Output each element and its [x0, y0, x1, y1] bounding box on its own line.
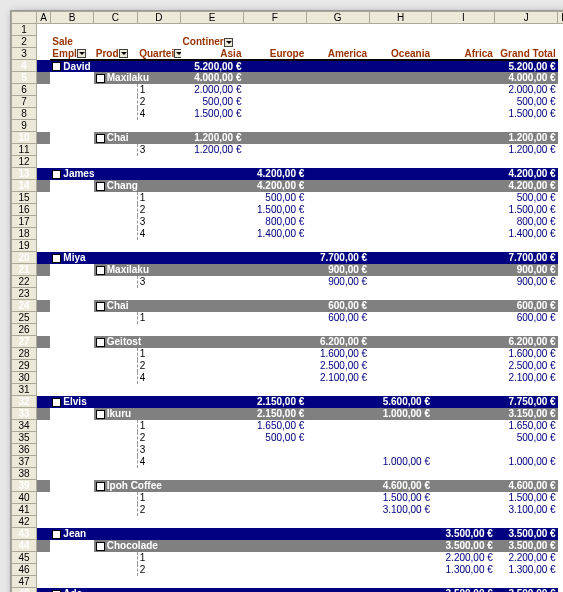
row-header[interactable]: 39 — [12, 480, 37, 492]
value-cell: 5.600,00 € — [369, 396, 432, 408]
col-header[interactable]: E — [181, 12, 244, 24]
row-header[interactable]: 19 — [12, 240, 37, 252]
collapse-icon[interactable]: - — [96, 266, 105, 275]
collapse-icon[interactable]: - — [96, 182, 105, 191]
row-header[interactable]: 15 — [12, 192, 37, 204]
row-header[interactable]: 35 — [12, 432, 37, 444]
row-header[interactable]: 43 — [12, 528, 37, 540]
value-cell: 6.200,00 € — [306, 336, 369, 348]
row-header[interactable]: 38 — [12, 468, 37, 480]
row-header[interactable]: 32 — [12, 396, 37, 408]
row-header[interactable]: 33 — [12, 408, 37, 420]
row-header[interactable]: 40 — [12, 492, 37, 504]
row-header[interactable]: 10 — [12, 132, 37, 144]
collapse-icon[interactable]: - — [52, 530, 61, 539]
row-header[interactable]: 30 — [12, 372, 37, 384]
row-header[interactable]: 3 — [12, 48, 37, 60]
value-cell: 1.500,00 € — [495, 492, 558, 504]
row-header[interactable]: 48 — [12, 588, 37, 593]
row-header[interactable]: 26 — [12, 324, 37, 336]
value-cell: 1.500,00 € — [495, 204, 558, 216]
row-header[interactable]: 4 — [12, 60, 37, 72]
value-cell: 1.200,00 € — [181, 132, 244, 144]
row-header[interactable]: 8 — [12, 108, 37, 120]
row-header[interactable]: 44 — [12, 540, 37, 552]
row-header[interactable]: 1 — [12, 24, 37, 36]
collapse-icon[interactable]: - — [52, 170, 61, 179]
row-header[interactable]: 18 — [12, 228, 37, 240]
col-header[interactable]: B — [50, 12, 93, 24]
col-header[interactable]: K — [558, 12, 563, 24]
col-header[interactable]: F — [243, 12, 306, 24]
col-header[interactable]: C — [94, 12, 137, 24]
row-header[interactable]: 11 — [12, 144, 37, 156]
value-cell — [306, 480, 369, 492]
row-header[interactable]: 47 — [12, 576, 37, 588]
row-header[interactable]: 7 — [12, 96, 37, 108]
filter-dropdown-icon[interactable] — [224, 38, 233, 47]
filter-dropdown-icon[interactable] — [77, 49, 86, 58]
value-cell — [181, 564, 244, 576]
collapse-icon[interactable]: - — [52, 398, 61, 407]
row-header[interactable]: 28 — [12, 348, 37, 360]
row-header[interactable]: 22 — [12, 276, 37, 288]
row-header[interactable]: 34 — [12, 420, 37, 432]
value-cell — [306, 408, 369, 420]
row-header[interactable]: 6 — [12, 84, 37, 96]
row-header[interactable]: 45 — [12, 552, 37, 564]
collapse-icon[interactable]: - — [96, 302, 105, 311]
col-header[interactable] — [12, 12, 37, 24]
collapse-icon[interactable]: - — [96, 338, 105, 347]
row-header[interactable]: 13 — [12, 168, 37, 180]
row-header[interactable]: 16 — [12, 204, 37, 216]
row-header[interactable]: 9 — [12, 120, 37, 132]
row-header[interactable]: 25 — [12, 312, 37, 324]
value-cell: 3.500,00 € — [432, 588, 495, 593]
row-header[interactable]: 37 — [12, 456, 37, 468]
field-continent: Continer — [181, 36, 244, 48]
row-header[interactable]: 17 — [12, 216, 37, 228]
employee-name: -David — [50, 60, 93, 72]
collapse-icon[interactable]: - — [96, 542, 105, 551]
collapse-icon[interactable]: - — [96, 410, 105, 419]
row-header[interactable]: 46 — [12, 564, 37, 576]
value-cell — [243, 144, 306, 156]
row-header[interactable]: 21 — [12, 264, 37, 276]
row-header[interactable]: 29 — [12, 360, 37, 372]
value-cell — [306, 504, 369, 516]
col-header[interactable]: I — [432, 12, 495, 24]
row-header[interactable]: 23 — [12, 288, 37, 300]
value-cell — [181, 420, 244, 432]
row-header[interactable]: 5 — [12, 72, 37, 84]
col-header[interactable]: J — [495, 12, 558, 24]
collapse-icon[interactable]: - — [96, 74, 105, 83]
row-header[interactable]: 12 — [12, 156, 37, 168]
filter-dropdown-icon[interactable] — [119, 49, 128, 58]
row-header[interactable]: 20 — [12, 252, 37, 264]
row-header[interactable]: 24 — [12, 300, 37, 312]
row-header[interactable]: 41 — [12, 504, 37, 516]
collapse-icon[interactable]: - — [52, 62, 61, 71]
value-cell: 1.400,00 € — [495, 228, 558, 240]
value-cell: 900,00 € — [495, 276, 558, 288]
region-header: Asia — [181, 48, 244, 60]
value-cell — [243, 480, 306, 492]
value-cell — [432, 60, 495, 72]
row-header[interactable]: 31 — [12, 384, 37, 396]
col-header[interactable]: D — [137, 12, 180, 24]
collapse-icon[interactable]: - — [52, 254, 61, 263]
col-header[interactable]: G — [306, 12, 369, 24]
collapse-icon[interactable]: - — [96, 134, 105, 143]
row-header[interactable]: 42 — [12, 516, 37, 528]
row-header[interactable]: 36 — [12, 444, 37, 456]
employee-name: -Jean — [50, 528, 93, 540]
row-header[interactable]: 27 — [12, 336, 37, 348]
row-header[interactable]: 14 — [12, 180, 37, 192]
row-header[interactable]: 2 — [12, 36, 37, 48]
value-cell — [243, 336, 306, 348]
value-cell: 3.500,00 € — [495, 528, 558, 540]
col-header[interactable]: H — [369, 12, 432, 24]
collapse-icon[interactable]: - — [96, 482, 105, 491]
col-header[interactable]: A — [37, 12, 51, 24]
filter-dropdown-icon[interactable] — [174, 49, 180, 58]
